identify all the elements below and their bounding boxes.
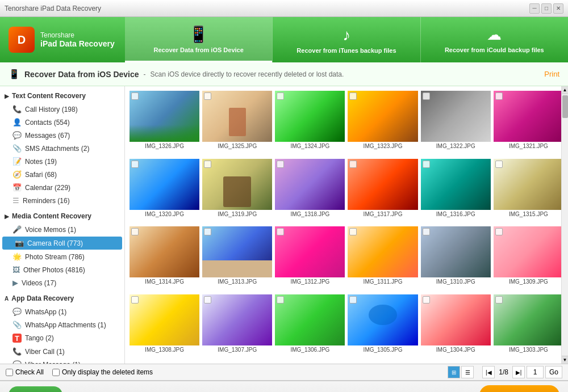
tab-icloud-backup[interactable]: ☁ Recover from iCould backup files bbox=[420, 17, 568, 62]
first-page-button[interactable]: |◀ bbox=[482, 366, 495, 378]
voice-memos-label: Voice Memos (1) bbox=[25, 226, 76, 234]
photo-cell-1321[interactable]: IMG_1321.JPG bbox=[494, 91, 563, 156]
calendar-icon: 📅 bbox=[12, 183, 22, 192]
check-all-checkbox[interactable] bbox=[6, 369, 13, 376]
sidebar-item-messages[interactable]: 💬 Messages (67) bbox=[0, 129, 124, 142]
page-number-input[interactable] bbox=[527, 366, 544, 378]
photo-name-1324: IMG_1324.JPG bbox=[290, 143, 329, 149]
sidebar-item-viber-call[interactable]: 📞 Viber Call (1) bbox=[0, 345, 124, 358]
sidebar-item-tango[interactable]: T Tango (2) bbox=[0, 331, 124, 345]
photo-cell-1319[interactable]: IMG_1319.JPG bbox=[202, 159, 272, 224]
photo-cell-1323[interactable]: IMG_1323.JPG bbox=[348, 91, 417, 156]
sidebar-item-calendar[interactable]: 📅 Calendar (229) bbox=[0, 181, 124, 194]
sidebar-item-notes[interactable]: 📝 Notes (19) bbox=[0, 155, 124, 168]
photo-cell-1306[interactable]: IMG_1306.JPG bbox=[275, 294, 345, 360]
photo-thumb-1308 bbox=[130, 294, 199, 345]
vertical-scrollbar[interactable]: ▲ ▼ bbox=[561, 86, 568, 364]
print-link[interactable]: Print bbox=[544, 70, 559, 78]
sidebar-item-camera-roll[interactable]: 📷 Camera Roll (773) bbox=[2, 237, 122, 250]
photo-cell-1309[interactable]: IMG_1309.JPG bbox=[494, 226, 563, 292]
sidebar-item-videos[interactable]: ▶ Videos (17) bbox=[0, 276, 124, 289]
app-expand-icon[interactable]: A bbox=[5, 296, 9, 302]
photo-cell-1311[interactable]: IMG_1311.JPG bbox=[348, 226, 417, 292]
scroll-up-btn[interactable]: ▲ bbox=[562, 86, 569, 94]
photo-cell-1314[interactable]: IMG_1314.JPG bbox=[130, 226, 199, 292]
photo-name-1325: IMG_1325.JPG bbox=[218, 143, 257, 149]
only-deleted-text: Only display the deleted items bbox=[62, 368, 153, 376]
section-media-content: ▶ Media Content Recovery 🎤 Voice Memos (… bbox=[0, 209, 124, 289]
sidebar-item-sms-attachments[interactable]: 📎 SMS Attachments (2) bbox=[0, 142, 124, 155]
photo-thumb-1318 bbox=[275, 159, 345, 210]
photo-thumb-1315 bbox=[494, 159, 563, 210]
icloud-icon: ☁ bbox=[487, 26, 502, 44]
photo-name-1314: IMG_1314.JPG bbox=[145, 279, 184, 285]
photo-name-1303: IMG_1303.JPG bbox=[509, 347, 548, 353]
sidebar-item-whatsapp-attachments[interactable]: 📎 WhatsApp Attachments (1) bbox=[0, 318, 124, 331]
only-deleted-label[interactable]: Only display the deleted items bbox=[52, 368, 153, 376]
photo-cell-1325[interactable]: IMG_1325.JPG bbox=[202, 91, 272, 156]
photo-cell-1310[interactable]: IMG_1310.JPG bbox=[421, 226, 491, 292]
media-expand-icon[interactable]: ▶ bbox=[5, 213, 9, 220]
maximize-button[interactable]: □ bbox=[541, 3, 552, 14]
sidebar-item-other-photos[interactable]: 🖼 Other Photos (4816) bbox=[0, 263, 124, 276]
photo-cell-1305[interactable]: IMG_1305.JPG bbox=[348, 294, 417, 360]
list-view-button[interactable]: ☰ bbox=[461, 366, 474, 378]
scroll-down-btn[interactable]: ▼ bbox=[562, 356, 569, 364]
go-button[interactable]: Go bbox=[545, 366, 562, 378]
section-expand-icon[interactable]: ▶ bbox=[5, 93, 9, 99]
photo-name-1306: IMG_1306.JPG bbox=[290, 347, 329, 353]
grid-view-button[interactable]: ⊞ bbox=[448, 366, 460, 378]
minimize-button[interactable]: ─ bbox=[529, 3, 540, 14]
photo-cell-1304[interactable]: IMG_1304.JPG bbox=[421, 294, 491, 360]
photo-cell-1320[interactable]: IMG_1320.JPG bbox=[130, 159, 199, 224]
sidebar-item-whatsapp[interactable]: 💬 WhatsApp (1) bbox=[0, 305, 124, 318]
photo-cell-1322[interactable]: IMG_1322.JPG bbox=[421, 91, 491, 156]
photo-cell-1326[interactable]: IMG_1326.JPG bbox=[130, 91, 199, 156]
breadcrumb-bar: 📱 Recover Data from iOS Device - Scan iO… bbox=[0, 62, 568, 86]
sidebar-item-photo-stream[interactable]: 🌟 Photo Stream (786) bbox=[0, 250, 124, 263]
sidebar-item-contacts[interactable]: 👤 Contacts (554) bbox=[0, 116, 124, 129]
only-deleted-checkbox[interactable] bbox=[52, 369, 60, 376]
media-content-recovery-label: Media Content Recovery bbox=[12, 212, 91, 220]
scroll-thumb[interactable] bbox=[562, 95, 568, 118]
call-history-label: Call History (198) bbox=[25, 106, 78, 113]
photo-name-1312: IMG_1312.JPG bbox=[290, 279, 329, 285]
photo-cell-1307[interactable]: IMG_1307.JPG bbox=[202, 294, 272, 360]
next-page-button[interactable]: ▶| bbox=[512, 366, 525, 378]
contacts-icon: 👤 bbox=[12, 118, 22, 127]
photo-cell-1317[interactable]: IMG_1317.JPG bbox=[348, 159, 417, 224]
photo-cell-1308[interactable]: IMG_1308.JPG bbox=[130, 294, 199, 360]
sidebar-item-safari[interactable]: 🧭 Safari (68) bbox=[0, 168, 124, 181]
photo-thumb-1313 bbox=[202, 226, 272, 277]
photo-cell-1303[interactable]: IMG_1303.JPG bbox=[494, 294, 563, 360]
check-all-label[interactable]: Check All bbox=[6, 368, 44, 376]
tab-ios-device-label: Recover Data from iOS Device bbox=[153, 47, 243, 53]
photo-cell-1324[interactable]: IMG_1324.JPG bbox=[275, 91, 345, 156]
tab-ios-device[interactable]: 📱 Recover Data from iOS Device bbox=[125, 17, 272, 62]
viber-call-label: Viber Call (1) bbox=[25, 348, 65, 356]
close-button[interactable]: ✕ bbox=[553, 3, 563, 14]
home-button[interactable]: ← Home bbox=[9, 386, 62, 392]
whatsapp-icon: 💬 bbox=[12, 307, 22, 316]
photo-cell-1318[interactable]: IMG_1318.JPG bbox=[275, 159, 345, 224]
product-name: iPad Data Recovery bbox=[40, 39, 115, 48]
sidebar-item-call-history[interactable]: 📞 Call History (198) bbox=[0, 103, 124, 116]
photo-name-1326: IMG_1326.JPG bbox=[145, 143, 184, 149]
app-data-recovery-label: App Data Recovery bbox=[11, 294, 74, 302]
photo-name-1307: IMG_1307.JPG bbox=[218, 347, 257, 353]
photo-cell-1312[interactable]: IMG_1312.JPG bbox=[275, 226, 345, 292]
recover-button[interactable]: ↺ Recover bbox=[479, 385, 559, 393]
photo-cell-1316[interactable]: IMG_1316.JPG bbox=[421, 159, 491, 224]
photo-name-1304: IMG_1304.JPG bbox=[436, 347, 475, 353]
safari-icon: 🧭 bbox=[12, 170, 22, 179]
photo-cell-1313[interactable]: IMG_1313.JPG bbox=[202, 226, 272, 292]
photo-name-1319: IMG_1319.JPG bbox=[218, 211, 257, 217]
photo-thumb-1326 bbox=[130, 91, 199, 142]
sidebar-item-viber-message[interactable]: 💬 Viber Message (1) bbox=[0, 358, 124, 364]
breadcrumb-separator: - bbox=[144, 70, 146, 78]
sidebar-item-voice-memos[interactable]: 🎤 Voice Memos (1) bbox=[0, 223, 124, 236]
sidebar-item-reminders[interactable]: ☰ Reminders (16) bbox=[0, 194, 124, 207]
sms-attachments-label: SMS Attachments (2) bbox=[25, 145, 89, 153]
photo-cell-1315[interactable]: IMG_1315.JPG bbox=[494, 159, 563, 224]
tab-itunes-backup[interactable]: ♪ Recover from iTunes backup files bbox=[272, 17, 420, 62]
